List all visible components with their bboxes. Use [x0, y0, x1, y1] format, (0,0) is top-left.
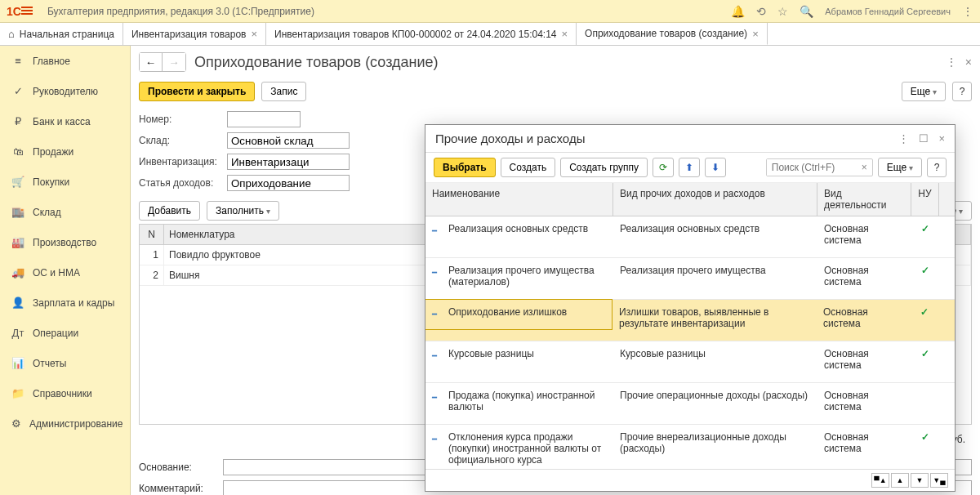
back-button[interactable]: ← — [140, 53, 163, 71]
scroll-down-icon[interactable]: ▼ — [911, 473, 929, 488]
modal-maximize-icon[interactable]: ☐ — [919, 132, 929, 145]
sidebar-item[interactable]: 🛒Покупки — [0, 167, 130, 197]
tab-close-icon[interactable]: × — [752, 28, 759, 40]
scroll-top-icon[interactable]: ▀▲ — [871, 473, 889, 488]
sidebar-item[interactable]: ДтОперации — [0, 318, 130, 348]
item-type: Реализация основных средств — [613, 216, 817, 246]
tab-close-icon[interactable]: × — [251, 28, 257, 40]
page-title: Оприходование товаров (создание) — [194, 54, 439, 71]
modal-menu-icon[interactable]: ⋮ — [898, 132, 909, 145]
sidebar-item[interactable]: 🚚ОС и НМА — [0, 257, 130, 288]
search-input[interactable] — [767, 159, 857, 176]
inventory-label: Инвентаризация: — [139, 156, 220, 167]
modal-more-button[interactable]: Еще — [878, 158, 922, 177]
tab[interactable]: Инвентаризация товаров× — [123, 23, 266, 45]
item-name: Продажа (покупка) иностранной валюты — [448, 390, 607, 412]
modal-help-button[interactable]: ? — [927, 158, 947, 177]
item-type: Реализация прочего имущества — [613, 258, 817, 288]
nav-label: Операции — [33, 328, 78, 339]
item-icon — [432, 225, 443, 234]
home-icon: ⌂ — [8, 28, 15, 40]
col-n-header[interactable]: N — [140, 225, 164, 244]
nav-icon: 🏭 — [11, 236, 24, 248]
write-button[interactable]: Запис — [261, 82, 306, 101]
star-icon[interactable]: ☆ — [777, 5, 788, 18]
move-down-icon[interactable]: ⬇ — [705, 158, 726, 177]
nav-icon: 📁 — [11, 387, 24, 399]
sidebar-item[interactable]: 📁Справочники — [0, 378, 130, 408]
tab-label: Оприходование товаров (создание) — [585, 28, 747, 39]
inventory-input[interactable] — [227, 154, 350, 170]
home-tab-label: Начальная страница — [20, 29, 114, 40]
sidebar-item[interactable]: ✓Руководителю — [0, 76, 130, 106]
overflow-icon[interactable]: ⋮ — [962, 5, 973, 18]
more-button[interactable]: Еще — [902, 82, 946, 101]
sidebar-item[interactable]: ≡Главное — [0, 46, 130, 76]
nav-icon: Дт — [11, 327, 24, 339]
tab[interactable]: Инвентаризация товаров КП00-000002 от 24… — [266, 23, 577, 45]
sidebar-item[interactable]: 📊Отчеты — [0, 348, 130, 378]
clear-search-icon[interactable]: × — [857, 162, 872, 173]
col-type-header[interactable]: Вид прочих доходов и расходов — [613, 183, 817, 216]
tab-label: Инвентаризация товаров КП00-000002 от 24… — [274, 29, 556, 40]
modal-close-icon[interactable]: × — [938, 132, 945, 145]
item-name: Курсовые разницы — [448, 348, 534, 359]
page-close-icon[interactable]: × — [965, 56, 972, 69]
sidebar-item[interactable]: 🏭Производство — [0, 227, 130, 257]
item-nu: ✓ — [911, 258, 939, 288]
scroll-up-icon[interactable]: ▲ — [891, 473, 909, 488]
tab-close-icon[interactable]: × — [562, 28, 568, 40]
list-item[interactable]: Отклонения курса продажи (покупки) иност… — [425, 425, 955, 469]
sidebar-item[interactable]: 🛍Продажи — [0, 136, 130, 167]
nav-label: Руководителю — [33, 86, 98, 97]
search-icon[interactable]: 🔍 — [800, 5, 813, 18]
nav-icon: 🛍 — [11, 145, 24, 158]
basis-label: Основание: — [139, 462, 216, 473]
bell-icon[interactable]: 🔔 — [731, 5, 745, 18]
page-menu-icon[interactable]: ⋮ — [946, 56, 957, 69]
list-item[interactable]: Оприходование излишков Излишки товаров, … — [425, 300, 955, 341]
home-tab[interactable]: ⌂ Начальная страница — [0, 23, 123, 45]
item-type: Излишки товаров, выявленные в результате… — [612, 300, 817, 341]
user-name[interactable]: Абрамов Геннадий Сергеевич — [825, 7, 951, 16]
add-button[interactable]: Добавить — [139, 201, 200, 221]
list-item[interactable]: Продажа (покупка) иностранной валюты Про… — [425, 383, 955, 425]
nav-label: Справочники — [33, 388, 92, 399]
create-group-button[interactable]: Создать группу — [560, 158, 648, 177]
sidebar-item[interactable]: 👤Зарплата и кадры — [0, 288, 130, 318]
list-item[interactable]: Реализация основных средств Реализация о… — [425, 216, 955, 258]
cell-n: 1 — [140, 245, 164, 265]
commit-close-button[interactable]: Провести и закрыть — [139, 82, 255, 101]
nav-icon: 👤 — [11, 297, 24, 309]
forward-button[interactable]: → — [163, 53, 185, 71]
number-input[interactable] — [227, 111, 301, 127]
item-icon — [432, 308, 443, 318]
select-button[interactable]: Выбрать — [434, 158, 496, 177]
col-activity-header[interactable]: Вид деятельности — [817, 183, 911, 216]
col-nu-header[interactable]: НУ — [911, 183, 939, 216]
fill-button[interactable]: Заполнить — [207, 201, 279, 221]
warehouse-input[interactable] — [227, 132, 350, 149]
sidebar-item[interactable]: ₽Банк и касса — [0, 106, 130, 136]
item-icon — [432, 391, 443, 401]
scroll-bottom-icon[interactable]: ▼▄ — [930, 473, 948, 488]
income-article-input[interactable] — [227, 175, 350, 191]
nav-icon: ⚙ — [11, 417, 21, 430]
number-label: Номер: — [139, 114, 220, 125]
list-item[interactable]: Курсовые разницы Курсовые разницы Основн… — [425, 341, 955, 383]
sidebar-item[interactable]: 🏬Склад — [0, 197, 130, 227]
help-button[interactable]: ? — [952, 82, 972, 101]
create-button[interactable]: Создать — [501, 158, 556, 177]
modal-title: Прочие доходы и расходы — [435, 132, 585, 145]
history-icon[interactable]: ⟲ — [756, 5, 766, 18]
tab[interactable]: Оприходование товаров (создание)× — [577, 23, 768, 45]
refresh-icon[interactable]: ⟳ — [653, 158, 674, 177]
sidebar-item[interactable]: ⚙Администрирование — [0, 408, 130, 439]
item-activity: Основная система — [817, 425, 911, 466]
move-up-icon[interactable]: ⬆ — [679, 158, 700, 177]
item-type: Курсовые разницы — [613, 341, 817, 371]
col-name-header[interactable]: Наименование — [425, 183, 613, 216]
menu-icon[interactable] — [21, 7, 33, 16]
list-item[interactable]: Реализация прочего имущества (материалов… — [425, 258, 955, 300]
cell-n: 2 — [140, 265, 164, 285]
